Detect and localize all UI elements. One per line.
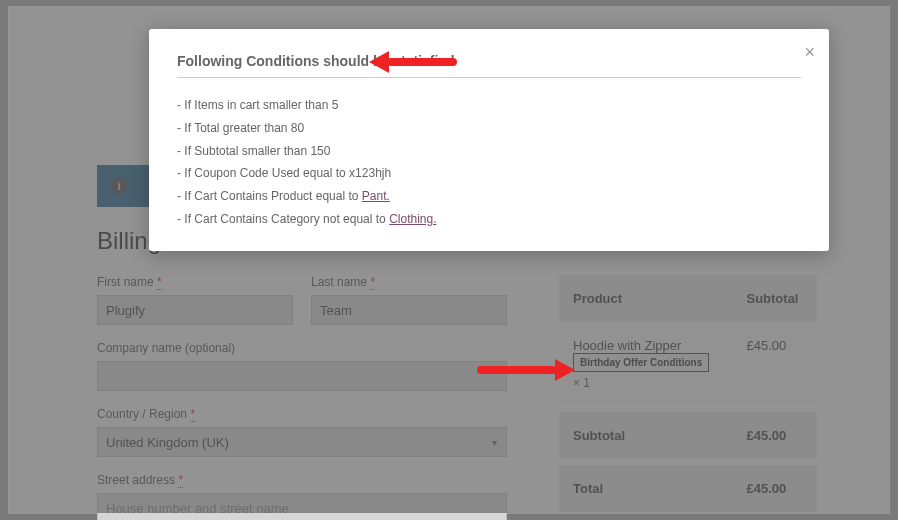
conditions-modal: × Following Conditions should be statisf… xyxy=(149,29,829,251)
condition-item: If Items in cart smaller than 5 xyxy=(177,94,801,117)
condition-item: If Total greater than 80 xyxy=(177,117,801,140)
condition-item: If Cart Contains Product equal to Pant. xyxy=(177,185,801,208)
condition-item: If Subtotal smaller than 150 xyxy=(177,140,801,163)
modal-title: Following Conditions should be statisfie… xyxy=(177,53,801,78)
close-icon[interactable]: × xyxy=(804,43,815,61)
condition-item: If Cart Contains Category not equal to C… xyxy=(177,208,801,231)
conditions-list: If Items in cart smaller than 5 If Total… xyxy=(177,94,801,231)
category-link[interactable]: Clothing. xyxy=(389,212,436,226)
condition-item: If Coupon Code Used equal to x123hjh xyxy=(177,162,801,185)
product-link[interactable]: Pant. xyxy=(362,189,390,203)
